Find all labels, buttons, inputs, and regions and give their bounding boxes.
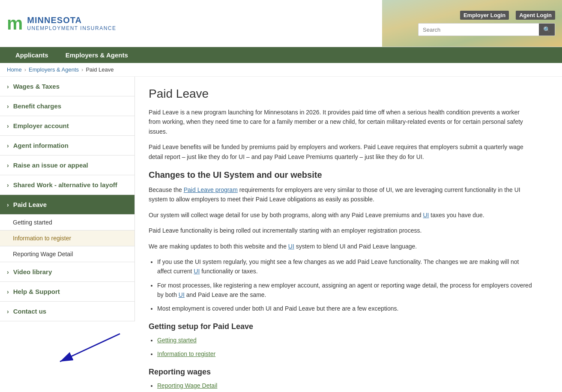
chevron-icon: › (7, 162, 9, 169)
ui-link-1[interactable]: UI (423, 212, 429, 218)
employer-login-link[interactable]: Employer Login (460, 11, 509, 20)
chevron-icon: › (7, 103, 9, 110)
chevron-icon: › (7, 288, 9, 295)
sidebar-subitem-getting-started[interactable]: Getting started (0, 215, 135, 230)
reporting-wage-list-item: Reporting Wage Detail (157, 381, 532, 390)
bullet-item-1: If you use the UI system regularly, you … (157, 257, 532, 276)
section3-links: Reporting Wage Detail (157, 381, 532, 390)
subitem-label: Reporting Wage Detail (13, 251, 73, 257)
content-area: Paid Leave Paid Leave is a new program l… (135, 77, 546, 392)
sidebar-item-label: Contact us (13, 308, 47, 315)
sidebar-item-label: Paid Leave (13, 201, 47, 208)
section2-links: Getting started Information to register (157, 335, 532, 359)
breadcrumb-employers[interactable]: Employers & Agents (29, 66, 79, 73)
reporting-wage-link[interactable]: Reporting Wage Detail (157, 382, 217, 389)
sidebar-item-shared-work[interactable]: › Shared Work - alternative to layoff (0, 175, 135, 195)
section3-heading: Reporting wages (149, 368, 532, 377)
chevron-icon: › (7, 308, 9, 315)
nav-bar: Applicants Employers & Agents (0, 47, 562, 63)
chevron-icon: › (7, 83, 9, 90)
sidebar-item-agent-information[interactable]: › Agent information (0, 136, 135, 156)
nav-applicants[interactable]: Applicants (7, 47, 57, 63)
sidebar-item-raise-issue[interactable]: › Raise an issue or appeal (0, 156, 135, 175)
section1-p1: Because the Paid Leave program requireme… (149, 185, 532, 204)
info-register-link[interactable]: Information to register (157, 350, 215, 357)
annotation-arrow (47, 329, 124, 372)
section1-p2: Our system will collect wage detail for … (149, 210, 532, 220)
section1-heading: Changes to the UI System and our website (149, 170, 532, 180)
chevron-icon: › (7, 201, 9, 208)
sidebar-item-contact-us[interactable]: › Contact us (0, 302, 135, 321)
agent-login-link[interactable]: Agent Login (516, 11, 555, 20)
sidebar-item-help-support[interactable]: › Help & Support (0, 282, 135, 302)
getting-started-list-item: Getting started (157, 335, 532, 345)
nav-employers-agents[interactable]: Employers & Agents (57, 47, 137, 63)
bullet-item-2: For most processes, like registering a n… (157, 281, 532, 300)
sidebar-item-benefit-charges[interactable]: › Benefit charges (0, 96, 135, 116)
header-right: Employer Login Agent Login 🔍 (418, 11, 555, 36)
sidebar-item-employer-account[interactable]: › Employer account (0, 116, 135, 136)
search-input[interactable] (419, 24, 539, 36)
sidebar-subitem-info-register[interactable]: Information to register (0, 230, 135, 246)
breadcrumb-sep1: › (24, 66, 26, 73)
header: m Minnesota Unemployment Insurance Emplo… (0, 0, 562, 47)
chevron-icon: › (7, 182, 9, 189)
sidebar-item-wages-taxes[interactable]: › Wages & Taxes (0, 77, 135, 96)
section1-p3: Paid Leave functionality is being rolled… (149, 226, 532, 235)
section1-bullets: If you use the UI system regularly, you … (157, 257, 532, 314)
main-layout: › Wages & Taxes › Benefit charges › Empl… (0, 77, 562, 392)
getting-started-link[interactable]: Getting started (157, 337, 197, 344)
section1-p4: We are making updates to both this websi… (149, 242, 532, 251)
state-name: Minnesota (27, 15, 116, 25)
breadcrumb-home[interactable]: Home (7, 66, 22, 73)
logo-text: Minnesota Unemployment Insurance (27, 15, 116, 31)
page-title: Paid Leave (149, 87, 532, 101)
search-button[interactable]: 🔍 (539, 24, 555, 36)
svg-line-1 (60, 334, 120, 362)
sidebar-wrapper: › Wages & Taxes › Benefit charges › Empl… (0, 77, 135, 392)
sidebar-item-label: Raise an issue or appeal (13, 162, 88, 169)
bullet-item-3: Most employment is covered under both UI… (157, 304, 532, 313)
sidebar-item-label: Employer account (13, 122, 69, 129)
sidebar-item-paid-leave[interactable]: › Paid Leave (0, 195, 135, 215)
header-links: Employer Login Agent Login (460, 11, 555, 20)
program-name: Unemployment Insurance (27, 25, 116, 31)
breadcrumb-current: Paid Leave (86, 66, 114, 73)
sidebar: › Wages & Taxes › Benefit charges › Empl… (0, 77, 135, 321)
search-bar: 🔍 (418, 23, 555, 36)
breadcrumb: Home › Employers & Agents › Paid Leave (0, 63, 562, 77)
chevron-icon: › (7, 123, 9, 129)
ui-link-2[interactable]: UI (288, 243, 294, 250)
logo-area: m Minnesota Unemployment Insurance (7, 15, 117, 33)
section2-heading: Getting setup for Paid Leave (149, 322, 532, 331)
intro-paragraph-2: Paid Leave benefits will be funded by pr… (149, 142, 532, 162)
ui-link-4[interactable]: UI (179, 291, 185, 298)
intro-paragraph-1: Paid Leave is a new program launching fo… (149, 108, 532, 136)
logo-m-icon: m (7, 15, 23, 33)
sidebar-item-label: Shared Work - alternative to layoff (13, 181, 117, 189)
breadcrumb-sep2: › (81, 66, 83, 73)
subitem-label: Getting started (13, 219, 52, 226)
sidebar-item-label: Wages & Taxes (13, 83, 60, 90)
sidebar-subitem-reporting-wage[interactable]: Reporting Wage Detail (0, 246, 135, 262)
sidebar-item-label: Video library (13, 268, 52, 275)
sidebar-item-video-library[interactable]: › Video library (0, 262, 135, 282)
ui-link-3[interactable]: UI (194, 268, 200, 275)
subitem-label: Information to register (13, 235, 71, 242)
info-register-list-item: Information to register (157, 349, 532, 359)
sidebar-item-label: Help & Support (13, 288, 60, 295)
paid-leave-program-link[interactable]: Paid Leave program (184, 186, 238, 193)
chevron-icon: › (7, 142, 9, 149)
chevron-icon: › (7, 269, 9, 275)
sidebar-item-label: Agent information (13, 142, 69, 149)
sidebar-item-label: Benefit charges (13, 102, 62, 110)
